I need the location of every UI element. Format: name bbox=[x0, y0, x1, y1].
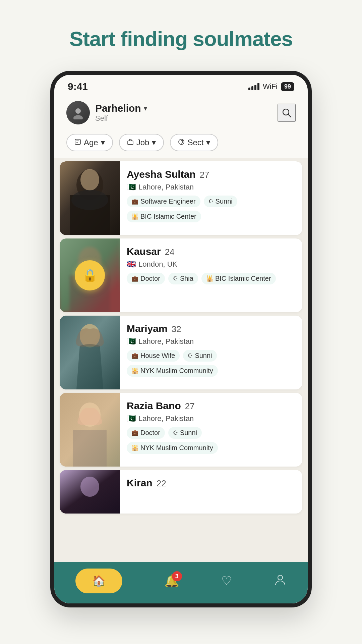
mosque-icon: 🕌 bbox=[131, 213, 138, 220]
profile-card-kausar[interactable]: 🔒 Kausar 24 🇬🇧 London, UK 💼 Doctor bbox=[60, 238, 302, 312]
profile-tags: 💼 House Wife ☪ Sunni 🕌 NYK Muslim Commun… bbox=[127, 350, 296, 377]
community-label: BIC Islamic Center bbox=[215, 275, 271, 282]
filter-sect-label: Sect bbox=[187, 138, 203, 147]
svg-point-8 bbox=[179, 139, 184, 145]
filter-sect[interactable]: Sect ▾ bbox=[170, 134, 218, 151]
svg-point-9 bbox=[182, 140, 183, 141]
nav-notifications[interactable]: 🔔 3 bbox=[164, 574, 179, 588]
profile-location: 🇵🇰 Lahore, Pakistan bbox=[127, 183, 296, 192]
svg-point-12 bbox=[80, 169, 99, 191]
job-label: Doctor bbox=[140, 429, 160, 437]
filter-job[interactable]: Job ▾ bbox=[119, 134, 164, 151]
sect-icon bbox=[178, 139, 185, 147]
avatar[interactable] bbox=[66, 101, 90, 124]
nav-home[interactable]: 🏠 bbox=[75, 569, 122, 593]
profile-card-razia[interactable]: Razia Bano 27 🇵🇰 Lahore, Pakistan 💼 Doct… bbox=[60, 393, 302, 467]
search-button[interactable] bbox=[278, 104, 296, 122]
community-label: NYK Muslim Community bbox=[140, 367, 213, 375]
nav-profile[interactable] bbox=[274, 573, 287, 589]
job-tag: 💼 Software Engineer bbox=[127, 196, 200, 207]
app-header: Parhelion ▾ Self bbox=[54, 96, 308, 130]
filter-age[interactable]: Age ▾ bbox=[66, 134, 113, 151]
profile-location: 🇬🇧 London, UK bbox=[127, 260, 296, 269]
header-left: Parhelion ▾ Self bbox=[66, 101, 147, 124]
profile-info-mariyam: Mariyam 32 🇵🇰 Lahore, Pakistan 💼 House W… bbox=[120, 316, 302, 389]
briefcase-small-icon: 💼 bbox=[131, 275, 138, 282]
header-sub-label: Self bbox=[95, 114, 147, 123]
home-icon: 🏠 bbox=[92, 575, 106, 587]
mosque-icon: 🕌 bbox=[131, 367, 138, 374]
svg-rect-7 bbox=[128, 141, 133, 145]
profile-location: 🇵🇰 Lahore, Pakistan bbox=[127, 337, 296, 346]
bottom-nav: 🏠 🔔 3 ♡ bbox=[54, 562, 308, 603]
heart-icon: ♡ bbox=[221, 574, 232, 588]
profile-info-razia: Razia Bano 27 🇵🇰 Lahore, Pakistan 💼 Doct… bbox=[120, 393, 302, 467]
svg-point-25 bbox=[278, 575, 283, 580]
profile-photo-ayesha bbox=[60, 161, 120, 235]
sect-tag: ☪ Shia bbox=[168, 273, 198, 284]
filter-bar: Age ▾ Job ▾ bbox=[54, 130, 308, 158]
profile-tags: 💼 Software Engineer ☪ Sunni 🕌 BIC Islami… bbox=[127, 196, 296, 222]
nav-favorites[interactable]: ♡ bbox=[221, 574, 232, 588]
battery-indicator: 99 bbox=[281, 82, 294, 91]
profile-card-ayesha[interactable]: Ayesha Sultan 27 🇵🇰 Lahore, Pakistan 💼 S… bbox=[60, 161, 302, 235]
sect-small-icon: ☪ bbox=[188, 352, 193, 359]
profile-tags: 💼 Doctor ☪ Sunni 🕌 NYK Muslim Community bbox=[127, 427, 296, 454]
mosque-icon: 🕌 bbox=[131, 444, 138, 451]
sect-small-icon: ☪ bbox=[173, 429, 178, 436]
profile-photo-kiran bbox=[60, 470, 120, 514]
profile-photo-razia bbox=[60, 393, 120, 467]
profile-photo-kausar: 🔒 bbox=[60, 238, 120, 312]
phone-frame: 9:41 WiFi 99 bbox=[50, 71, 312, 607]
profiles-list: Ayesha Sultan 27 🇵🇰 Lahore, Pakistan 💼 S… bbox=[54, 158, 308, 562]
location-text: Lahore, Pakistan bbox=[138, 414, 194, 423]
sect-small-icon: ☪ bbox=[208, 198, 214, 205]
profile-age: 32 bbox=[172, 324, 181, 334]
home-button[interactable]: 🏠 bbox=[75, 569, 122, 593]
sect-tag: ☪ Sunni bbox=[168, 427, 202, 439]
flag-icon: 🇬🇧 bbox=[127, 260, 136, 269]
profile-name: Kausar bbox=[127, 246, 161, 257]
status-icons: WiFi 99 bbox=[248, 82, 294, 91]
page-title: Start finding soulmates bbox=[69, 27, 293, 51]
community-tag: 🕌 NYK Muslim Community bbox=[127, 365, 218, 377]
chevron-down-icon[interactable]: ▾ bbox=[144, 104, 147, 112]
svg-point-1 bbox=[73, 115, 83, 119]
profile-age: 27 bbox=[200, 170, 209, 180]
page-wrapper: Start finding soulmates 9:41 WiFi 99 bbox=[0, 0, 362, 644]
job-tag: 💼 Doctor bbox=[127, 273, 165, 284]
community-tag: 🕌 NYK Muslim Community bbox=[127, 442, 218, 454]
job-label: Software Engineer bbox=[140, 198, 196, 205]
profile-name: Razia Bano bbox=[127, 400, 181, 412]
sect-tag: ☪ Sunni bbox=[183, 350, 217, 362]
profile-icon bbox=[274, 573, 287, 589]
filter-age-label: Age bbox=[84, 138, 98, 147]
status-bar: 9:41 WiFi 99 bbox=[54, 75, 308, 96]
job-tag: 💼 Doctor bbox=[127, 427, 165, 439]
location-text: London, UK bbox=[138, 260, 177, 269]
profile-info-kiran: Kiran 22 bbox=[120, 470, 302, 514]
svg-point-0 bbox=[75, 108, 81, 114]
job-tag: 💼 House Wife bbox=[127, 350, 180, 362]
job-label: Doctor bbox=[140, 275, 160, 282]
chevron-job-icon: ▾ bbox=[152, 138, 156, 147]
profile-photo-mariyam bbox=[60, 316, 120, 389]
profile-age: 22 bbox=[157, 478, 166, 489]
chevron-age-icon: ▾ bbox=[101, 138, 105, 147]
notification-badge: 3 bbox=[172, 571, 182, 581]
signal-icon bbox=[248, 83, 259, 90]
sect-label: Sunni bbox=[195, 352, 212, 360]
svg-line-3 bbox=[288, 114, 291, 117]
profile-card-kiran[interactable]: Kiran 22 bbox=[60, 470, 302, 514]
location-text: Lahore, Pakistan bbox=[138, 183, 194, 192]
app-name: Parhelion bbox=[95, 103, 141, 114]
job-label: House Wife bbox=[140, 352, 175, 360]
profile-location: 🇵🇰 Lahore, Pakistan bbox=[127, 414, 296, 423]
flag-icon: 🇵🇰 bbox=[127, 414, 136, 423]
profile-tags: 💼 Doctor ☪ Shia 🕌 BIC Islamic Center bbox=[127, 273, 296, 284]
briefcase-small-icon: 💼 bbox=[131, 429, 138, 436]
svg-point-14 bbox=[71, 190, 108, 210]
svg-rect-4 bbox=[75, 139, 80, 145]
profile-name: Mariyam bbox=[127, 323, 168, 334]
profile-card-mariyam[interactable]: Mariyam 32 🇵🇰 Lahore, Pakistan 💼 House W… bbox=[60, 316, 302, 389]
